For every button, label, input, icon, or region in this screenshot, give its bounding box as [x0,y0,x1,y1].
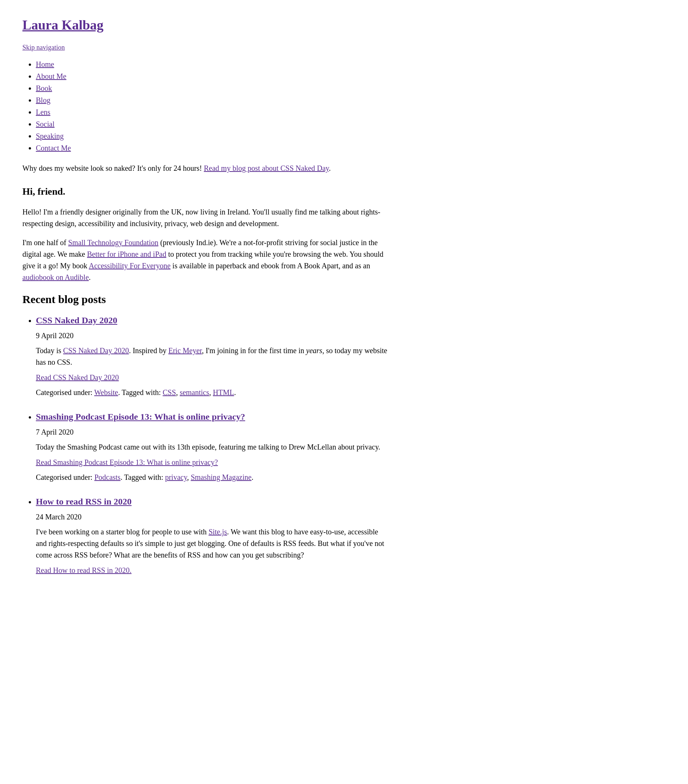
bio-2-end: is available in paperback and ebook from… [171,262,370,270]
list-item: CSS Naked Day 2020 9 April 2020 Today is… [36,313,388,398]
posts-list: CSS Naked Day 2020 9 April 2020 Today is… [22,313,388,576]
nav-book[interactable]: Book [36,84,52,92]
post-1-date: 9 April 2020 [36,330,388,341]
post-2-cat-link[interactable]: Podcasts [95,473,121,481]
nav-social[interactable]: Social [36,120,54,128]
post-1-read-more[interactable]: Read CSS Naked Day 2020 [36,372,388,383]
naked-day-notice: Why does my website look so naked? It's … [22,163,388,174]
post-1-excerpt: Today is CSS Naked Day 2020. Inspired by… [36,345,388,368]
post-1-cat-link[interactable]: Website [94,388,118,397]
post-2-tags-prefix: . Tagged with: [121,473,165,481]
nav-home[interactable]: Home [36,60,54,68]
better-link[interactable]: Better for iPhone and iPad [87,250,166,258]
audiobook-link[interactable]: audiobook on Audible [22,273,89,282]
post-3-excerpt: I've been working on a starter blog for … [36,526,388,561]
post-3-excerpt-prefix: I've been working on a starter blog for … [36,528,209,536]
post-1-italic: years [306,346,322,355]
post-title-1: CSS Naked Day 2020 [36,313,388,327]
list-item: Blog [36,94,388,106]
post-2-cat-prefix: Categorised under: [36,473,95,481]
post-3-excerpt-link[interactable]: Site.js [209,528,227,536]
post-1-tags-prefix: . Tagged with: [118,388,163,397]
greeting-heading: Hi, friend. [22,184,388,199]
post-1-title-link[interactable]: CSS Naked Day 2020 [36,315,117,325]
post-1-excerpt-prefix: Today is [36,346,63,355]
list-item: Social [36,119,388,130]
post-2-tag-privacy[interactable]: privacy [165,473,187,481]
post-1-tag-semantics[interactable]: semantics [180,388,209,397]
site-title: Laura Kalbag [22,15,388,35]
post-3-title-link[interactable]: How to read RSS in 2020 [36,497,131,506]
list-item: About Me [36,71,388,82]
post-1-excerpt-middle: . Inspired by [129,346,168,355]
bio-paragraph-1: Hello! I'm a friendly designer originall… [22,206,388,229]
post-3-read-more[interactable]: Read How to read RSS in 2020. [36,565,388,576]
nav-blog[interactable]: Blog [36,96,51,104]
site-title-link[interactable]: Laura Kalbag [22,18,103,33]
post-1-tags-suffix: . [234,388,236,397]
nav-speaking[interactable]: Speaking [36,132,64,140]
post-1-meta: Categorised under: Website. Tagged with:… [36,387,388,398]
post-title-2: Smashing Podcast Episode 13: What is onl… [36,410,388,423]
main-navigation: Home About Me Book Blog Lens Social Spea… [22,59,388,153]
recent-posts-section: Recent blog posts CSS Naked Day 2020 9 A… [22,291,388,576]
post-1-cat-prefix: Categorised under: [36,388,94,397]
skip-navigation-link[interactable]: Skip navigation [22,43,388,53]
list-item: Smashing Podcast Episode 13: What is onl… [36,410,388,483]
naked-day-link[interactable]: Read my blog post about CSS Naked Day [204,164,329,172]
list-item: Home [36,59,388,70]
hero-section: Hi, friend. Hello! I'm a friendly design… [22,184,388,283]
post-2-tag-smashing[interactable]: Smashing Magazine [191,473,252,481]
list-item: Speaking [36,130,388,142]
post-2-title-link[interactable]: Smashing Podcast Episode 13: What is onl… [36,412,245,422]
bio-paragraph-2: I'm one half of Small Technology Foundat… [22,237,388,283]
list-item: Book [36,82,388,94]
post-2-date: 7 April 2020 [36,427,388,438]
post-title-3: How to read RSS in 2020 [36,495,388,508]
post-1-tag-css[interactable]: CSS [163,388,176,397]
bio: Hello! I'm a friendly designer originall… [22,206,388,283]
small-tech-link[interactable]: Small Technology Foundation [68,239,158,247]
naked-day-suffix: . [329,164,331,172]
nav-about-me[interactable]: About Me [36,72,66,80]
accessibility-link[interactable]: Accessibility For Everyone [89,262,171,270]
naked-day-prefix: Why does my website look so naked? It's … [22,164,202,172]
post-1-tag-html[interactable]: HTML [213,388,234,397]
post-2-meta: Categorised under: Podcasts. Tagged with… [36,472,388,483]
list-item: Lens [36,107,388,118]
list-item: Contact Me [36,142,388,153]
post-3-date: 24 March 2020 [36,511,388,522]
recent-posts-heading: Recent blog posts [22,291,388,308]
post-1-excerpt-link2[interactable]: Eric Meyer [168,346,202,355]
bio-2-final: . [89,273,91,282]
bio-2-prefix: I'm one half of [22,239,68,247]
nav-lens[interactable]: Lens [36,108,51,116]
nav-list: Home About Me Book Blog Lens Social Spea… [22,59,388,153]
post-1-excerpt-end-prefix: , I'm joining in for the first time in [202,346,306,355]
post-2-excerpt: Today the Smashing Podcast came out with… [36,441,388,453]
nav-contact-me[interactable]: Contact Me [36,144,71,152]
post-2-tags-suffix: . [251,473,253,481]
list-item: How to read RSS in 2020 24 March 2020 I'… [36,495,388,576]
post-2-read-more[interactable]: Read Smashing Podcast Episode 13: What i… [36,457,388,468]
post-1-excerpt-link[interactable]: CSS Naked Day 2020 [63,346,129,355]
